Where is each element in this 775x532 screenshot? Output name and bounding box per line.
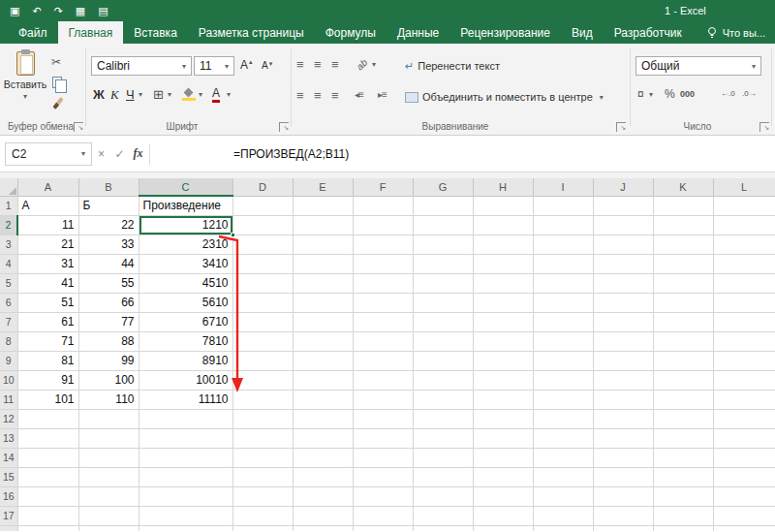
cell-C17[interactable] bbox=[139, 506, 232, 525]
cell-A16[interactable] bbox=[17, 486, 78, 506]
cell-C9[interactable]: 8910 bbox=[139, 351, 232, 370]
cell-A1[interactable]: А bbox=[17, 196, 78, 215]
cell-L16[interactable] bbox=[713, 486, 775, 506]
cell-I18[interactable] bbox=[533, 525, 593, 531]
tab-data[interactable]: Данные bbox=[387, 21, 450, 44]
cell-L10[interactable] bbox=[713, 370, 775, 390]
row-header-3[interactable]: 3 bbox=[0, 235, 17, 254]
cell-B5[interactable]: 55 bbox=[78, 273, 139, 293]
cell-B12[interactable] bbox=[78, 409, 139, 428]
cell-F1[interactable] bbox=[353, 196, 413, 215]
cell-I8[interactable] bbox=[533, 331, 593, 351]
cell-B18[interactable] bbox=[78, 525, 139, 531]
cell-G13[interactable] bbox=[413, 428, 473, 448]
cell-C13[interactable] bbox=[139, 428, 232, 448]
cell-C1[interactable]: Произведение bbox=[139, 196, 232, 215]
increase-font-size-button[interactable]: А▴ bbox=[240, 58, 253, 72]
cell-H9[interactable] bbox=[473, 351, 533, 370]
cell-J11[interactable] bbox=[593, 390, 653, 409]
cell-K1[interactable] bbox=[653, 196, 713, 215]
name-box-dropdown-arrow[interactable]: ▾ bbox=[81, 149, 85, 158]
cell-E14[interactable] bbox=[293, 448, 353, 467]
row-header-12[interactable]: 12 bbox=[0, 409, 17, 428]
cell-H16[interactable] bbox=[473, 486, 533, 506]
cell-G9[interactable] bbox=[413, 351, 473, 370]
cell-C18[interactable] bbox=[139, 525, 232, 531]
cell-C2[interactable]: 1210 bbox=[139, 215, 232, 235]
cell-H11[interactable] bbox=[473, 390, 533, 409]
cell-B10[interactable]: 100 bbox=[78, 370, 139, 390]
column-header-K[interactable]: K bbox=[653, 178, 713, 196]
cell-L15[interactable] bbox=[713, 467, 775, 486]
cell-C7[interactable]: 6710 bbox=[139, 312, 232, 331]
column-header-L[interactable]: L bbox=[713, 178, 775, 196]
cell-A14[interactable] bbox=[17, 448, 78, 467]
cell-F13[interactable] bbox=[353, 428, 413, 448]
cell-G12[interactable] bbox=[413, 409, 473, 428]
comma-style-icon[interactable]: 000 bbox=[680, 90, 695, 99]
cell-A12[interactable] bbox=[17, 409, 78, 428]
fill-handle[interactable] bbox=[231, 233, 235, 237]
cut-icon[interactable]: ✂ bbox=[51, 56, 61, 68]
row-header-10[interactable]: 10 bbox=[0, 370, 17, 390]
underline-button[interactable]: Ч bbox=[126, 87, 135, 102]
cell-I13[interactable] bbox=[533, 428, 593, 448]
cell-B15[interactable] bbox=[78, 467, 139, 486]
cell-I3[interactable] bbox=[533, 235, 593, 254]
save-icon[interactable]: ▣ bbox=[10, 6, 19, 16]
font-size-select[interactable]: 11 ▾ bbox=[194, 56, 234, 76]
cell-I6[interactable] bbox=[533, 293, 593, 312]
row-header-5[interactable]: 5 bbox=[0, 273, 17, 293]
cell-G14[interactable] bbox=[413, 448, 473, 467]
cancel-icon[interactable]: × bbox=[92, 147, 110, 161]
row-header-4[interactable]: 4 bbox=[0, 254, 17, 273]
cell-A7[interactable]: 61 bbox=[17, 312, 78, 331]
cell-H5[interactable] bbox=[473, 273, 533, 293]
font-color-dropdown-arrow[interactable]: ▾ bbox=[227, 91, 231, 99]
cell-I4[interactable] bbox=[533, 254, 593, 273]
cell-E1[interactable] bbox=[293, 196, 353, 215]
row-header-14[interactable]: 14 bbox=[0, 448, 17, 467]
cell-B6[interactable]: 66 bbox=[78, 293, 139, 312]
enter-icon[interactable]: ✓ bbox=[110, 147, 129, 161]
cell-B7[interactable]: 77 bbox=[78, 312, 139, 331]
cell-K15[interactable] bbox=[653, 467, 713, 486]
cell-I1[interactable] bbox=[533, 196, 593, 215]
column-header-G[interactable]: G bbox=[413, 178, 473, 196]
cell-L17[interactable] bbox=[713, 506, 775, 525]
cell-E8[interactable] bbox=[293, 331, 353, 351]
cell-J7[interactable] bbox=[593, 312, 653, 331]
cell-D9[interactable] bbox=[232, 351, 293, 370]
cell-J12[interactable] bbox=[593, 409, 653, 428]
increase-indent-icon[interactable]: ▸≡ bbox=[378, 90, 387, 100]
cell-B14[interactable] bbox=[78, 448, 139, 467]
cell-L9[interactable] bbox=[713, 351, 775, 370]
cell-I17[interactable] bbox=[533, 506, 593, 525]
cell-G11[interactable] bbox=[413, 390, 473, 409]
cell-D6[interactable] bbox=[232, 293, 293, 312]
fill-color-icon[interactable] bbox=[182, 88, 196, 101]
cell-I10[interactable] bbox=[533, 370, 593, 390]
cell-K13[interactable] bbox=[653, 428, 713, 448]
column-header-C[interactable]: C bbox=[139, 178, 232, 196]
cell-H3[interactable] bbox=[473, 235, 533, 254]
cell-L2[interactable] bbox=[713, 215, 775, 235]
cell-L14[interactable] bbox=[713, 448, 775, 467]
cell-F18[interactable] bbox=[353, 525, 413, 531]
cell-A11[interactable]: 101 bbox=[17, 390, 78, 409]
cell-A4[interactable]: 31 bbox=[17, 254, 78, 273]
align-top-icon[interactable]: ≡ bbox=[296, 58, 304, 71]
cell-L13[interactable] bbox=[713, 428, 775, 448]
cell-F11[interactable] bbox=[353, 390, 413, 409]
cell-G4[interactable] bbox=[413, 254, 473, 273]
cell-J5[interactable] bbox=[593, 273, 653, 293]
cell-J3[interactable] bbox=[593, 235, 653, 254]
bold-button[interactable]: Ж bbox=[93, 87, 105, 102]
column-header-E[interactable]: E bbox=[293, 178, 353, 196]
cell-J16[interactable] bbox=[593, 486, 653, 506]
column-header-H[interactable]: H bbox=[473, 178, 533, 196]
cell-F17[interactable] bbox=[353, 506, 413, 525]
cell-D14[interactable] bbox=[232, 448, 293, 467]
cell-F7[interactable] bbox=[353, 312, 413, 331]
cell-C3[interactable]: 2310 bbox=[139, 235, 232, 254]
